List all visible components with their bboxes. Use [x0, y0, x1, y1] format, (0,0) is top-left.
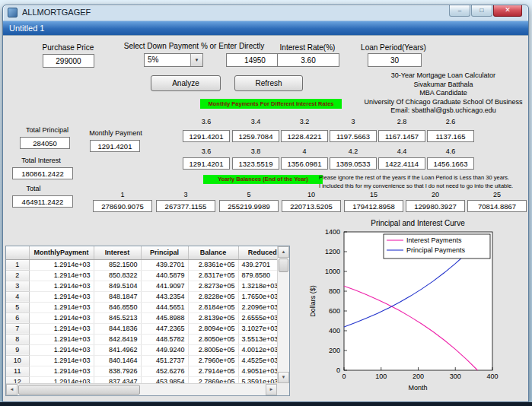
down-payment-input[interactable]	[226, 53, 284, 67]
purchase-price-input[interactable]	[43, 54, 94, 68]
year-balance-box[interactable]	[282, 200, 341, 212]
table-cell[interactable]: 2.8094e+05	[188, 323, 238, 334]
year-balance-box[interactable]	[406, 200, 465, 212]
table-cell[interactable]: 1.2914e+03	[29, 366, 94, 376]
table-cell[interactable]: 5.3591e+03	[238, 376, 277, 383]
table-cell[interactable]: 451.2737	[141, 355, 188, 366]
table-cell[interactable]: 449.9240	[141, 344, 188, 355]
table-cell[interactable]: 852.1500	[94, 259, 141, 270]
year-balance-box[interactable]	[156, 200, 215, 212]
payment-value-box[interactable]	[427, 157, 474, 170]
table-cell[interactable]: 845.5213	[94, 312, 141, 323]
refresh-button[interactable]: Refresh	[234, 75, 303, 91]
payment-value-box[interactable]	[183, 157, 230, 170]
table-cell[interactable]: 1.2914e+03	[29, 302, 94, 312]
table-cell[interactable]: 439.2701	[141, 259, 188, 270]
payment-value-box[interactable]	[232, 157, 279, 170]
table-cell[interactable]: 440.5879	[141, 270, 188, 281]
table-cell[interactable]: 1.2914e+03	[29, 270, 94, 281]
payment-value-box[interactable]	[281, 130, 328, 142]
table-cell[interactable]: 1.2914e+03	[29, 355, 94, 366]
table-cell[interactable]: 842.8419	[94, 334, 141, 344]
table-cell[interactable]: 2.8139e+05	[188, 312, 238, 323]
table-cell[interactable]: 2.8317e+05	[188, 270, 238, 281]
table-cell[interactable]: 879.8580	[238, 270, 277, 281]
year-balance-box[interactable]	[467, 200, 527, 212]
interest-rate-input[interactable]	[277, 53, 339, 67]
table-cell[interactable]: 453.9854	[141, 376, 188, 383]
table-cell[interactable]: 447.2365	[141, 323, 188, 334]
table-cell[interactable]: 445.8988	[141, 312, 188, 323]
table-cell[interactable]: 1.2914e+03	[29, 312, 94, 323]
table-cell[interactable]: 2.7960e+05	[188, 355, 238, 366]
table-cell[interactable]: 1.2914e+03	[29, 334, 94, 344]
table-cell[interactable]: 444.5651	[141, 302, 188, 312]
table-cell[interactable]: 2.8050e+05	[188, 334, 238, 344]
table-cell[interactable]: 2.7914e+05	[188, 366, 238, 376]
vertical-scroll-thumb[interactable]	[279, 259, 288, 272]
table-cell[interactable]: 837.4347	[94, 376, 141, 383]
table-cell[interactable]: 844.1836	[94, 323, 141, 334]
year-balance-box[interactable]	[219, 200, 279, 212]
payment-value-box[interactable]	[330, 130, 377, 142]
table-cell[interactable]: 452.6276	[141, 366, 188, 376]
table-cell[interactable]: 2.7869e+05	[188, 376, 238, 383]
table-cell[interactable]: 849.5104	[94, 281, 141, 291]
table-cell[interactable]: 841.4962	[94, 344, 141, 355]
payment-value-box[interactable]	[427, 130, 474, 142]
analyze-button[interactable]: Analyze	[151, 75, 221, 91]
table-cell[interactable]: 1.2914e+03	[29, 323, 94, 334]
minimize-icon[interactable]: –	[449, 5, 470, 17]
table-cell[interactable]: 1.7650e+03	[238, 291, 277, 302]
scroll-left-icon[interactable]: ◄	[6, 384, 18, 395]
table-cell[interactable]: 1.2914e+03	[29, 344, 94, 355]
horizontal-scrollbar[interactable]: ◄ ►	[6, 383, 277, 395]
table-cell[interactable]: 1.3218e+03	[238, 281, 277, 291]
table-cell[interactable]: 1.2914e+03	[29, 376, 94, 383]
payment-value-box[interactable]	[281, 157, 328, 170]
table-cell[interactable]: 1.2914e+03	[29, 291, 94, 302]
table-cell[interactable]: 439.2701	[238, 259, 277, 270]
payment-value-box[interactable]	[378, 157, 425, 170]
table-cell[interactable]: 840.1464	[94, 355, 141, 366]
table-cell[interactable]: 2.2096e+03	[238, 302, 277, 312]
table-cell[interactable]: 2.8228e+05	[188, 291, 238, 302]
maximize-icon[interactable]: □	[471, 5, 492, 17]
table-cell[interactable]: 2.8184e+05	[188, 302, 238, 312]
vertical-scrollbar[interactable]: ▲ ▼	[277, 246, 289, 383]
table-cell[interactable]: 848.1847	[94, 291, 141, 302]
table-cell[interactable]: 850.8322	[94, 270, 141, 281]
table-cell[interactable]: 3.5513e+03	[238, 334, 277, 344]
table-cell[interactable]: 846.8550	[94, 302, 141, 312]
total-interest-box[interactable]	[12, 167, 73, 179]
horizontal-scroll-thumb[interactable]	[18, 385, 140, 395]
total-box[interactable]	[12, 195, 73, 208]
table-cell[interactable]: 2.6555e+03	[238, 312, 277, 323]
loan-period-input[interactable]	[368, 53, 422, 67]
table-cell[interactable]: 1.2914e+03	[29, 281, 94, 291]
down-payment-select[interactable]: 5% ▼	[144, 53, 203, 67]
chevron-down-icon[interactable]: ▼	[190, 54, 202, 66]
table-cell[interactable]: 4.9051e+03	[238, 366, 277, 376]
close-icon[interactable]: ✕	[493, 5, 522, 17]
table-cell[interactable]: 448.5782	[141, 334, 188, 344]
table-cell[interactable]: 441.9097	[141, 281, 188, 291]
year-balance-box[interactable]	[344, 200, 403, 212]
table-cell[interactable]: 2.8005e+05	[188, 344, 238, 355]
payment-value-box[interactable]	[378, 130, 425, 142]
table-cell[interactable]: 3.1027e+03	[238, 323, 277, 334]
scroll-up-icon[interactable]: ▲	[278, 246, 289, 258]
total-principal-box[interactable]	[20, 137, 70, 149]
table-cell[interactable]: 1.2914e+03	[29, 259, 94, 270]
payment-value-box[interactable]	[183, 130, 230, 142]
year-balance-box[interactable]	[93, 200, 152, 212]
payment-value-box[interactable]	[330, 157, 377, 170]
table-cell[interactable]: 4.4525e+03	[238, 355, 277, 366]
monthly-payment-box[interactable]	[90, 140, 140, 152]
table-cell[interactable]: 4.0012e+03	[238, 344, 277, 355]
payment-value-box[interactable]	[232, 130, 279, 142]
scroll-down-icon[interactable]: ▼	[278, 372, 289, 383]
scroll-right-icon[interactable]: ►	[266, 384, 277, 395]
table-cell[interactable]: 2.8361e+05	[188, 259, 238, 270]
table-cell[interactable]: 443.2354	[141, 291, 188, 302]
